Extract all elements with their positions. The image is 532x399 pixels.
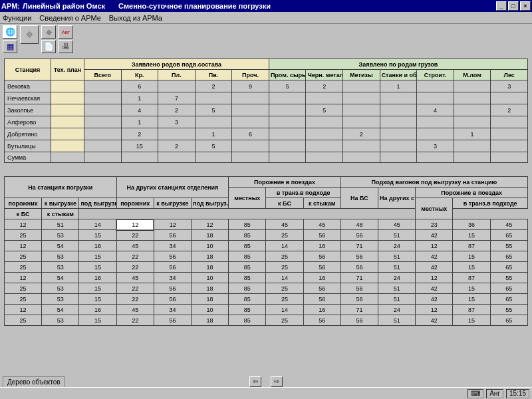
data-cell[interactable]: 6 [232, 128, 269, 140]
data-cell[interactable]: 12 [192, 219, 229, 230]
data-cell[interactable] [491, 128, 528, 140]
data-cell[interactable]: 51 [42, 219, 79, 230]
data-cell[interactable]: 15 [121, 140, 158, 152]
data-cell[interactable]: 53 [42, 283, 79, 294]
data-cell[interactable]: 18 [192, 230, 229, 241]
data-cell[interactable]: 18 [192, 315, 229, 326]
data-cell[interactable]: 2 [491, 104, 528, 116]
data-cell[interactable]: 12 [5, 241, 42, 251]
data-cell[interactable]: 15 [453, 294, 490, 305]
auto-button[interactable]: Авт [59, 25, 73, 39]
data-cell[interactable]: 15 [79, 283, 116, 294]
data-cell[interactable] [343, 80, 380, 92]
data-cell[interactable]: 7 [158, 92, 196, 104]
data-cell[interactable]: 65 [490, 262, 527, 273]
data-cell[interactable] [51, 140, 84, 152]
data-cell[interactable]: 65 [490, 283, 527, 294]
data-cell[interactable]: 15 [79, 315, 116, 326]
data-cell[interactable] [84, 80, 122, 92]
data-cell[interactable]: 85 [229, 273, 266, 283]
data-cell[interactable]: 56 [340, 283, 378, 294]
data-cell[interactable]: 14 [266, 241, 303, 251]
tab-tree[interactable]: Дерево объектов [3, 376, 65, 387]
data-cell[interactable]: 15 [453, 283, 490, 294]
data-cell[interactable] [491, 92, 528, 104]
data-cell[interactable] [380, 116, 417, 128]
data-cell[interactable]: 85 [229, 315, 266, 326]
data-cell[interactable] [51, 116, 84, 128]
data-cell[interactable]: 45 [490, 219, 527, 230]
data-cell[interactable]: 12 [5, 219, 42, 230]
data-cell[interactable]: 25 [266, 315, 303, 326]
data-cell[interactable] [84, 92, 122, 104]
data-cell[interactable]: 56 [154, 283, 191, 294]
scroll-left-icon[interactable]: ⇦ [249, 376, 261, 387]
data-cell[interactable]: 25 [266, 283, 303, 294]
data-cell[interactable] [232, 104, 269, 116]
data-cell[interactable]: 45 [378, 219, 416, 230]
data-cell[interactable]: 56 [154, 262, 191, 273]
data-cell[interactable] [491, 140, 528, 152]
data-cell[interactable]: 56 [340, 230, 378, 241]
data-cell[interactable]: 25 [5, 262, 42, 273]
data-cell[interactable]: 65 [490, 315, 527, 326]
data-cell[interactable]: 56 [303, 315, 340, 326]
data-cell[interactable]: 65 [490, 251, 527, 262]
close-button[interactable]: × [520, 1, 531, 11]
data-cell[interactable] [306, 92, 343, 104]
data-cell[interactable]: 1 [454, 128, 491, 140]
data-cell[interactable]: 65 [490, 294, 527, 305]
data-cell[interactable]: 2 [343, 128, 380, 140]
station-cell[interactable]: Бутылицы [5, 140, 51, 152]
data-cell[interactable]: 22 [116, 283, 154, 294]
data-cell[interactable]: 15 [453, 262, 490, 273]
data-cell[interactable]: 2 [306, 80, 343, 92]
data-cell[interactable]: 12 [116, 219, 154, 230]
data-cell[interactable] [84, 116, 122, 128]
data-cell[interactable]: 71 [340, 241, 378, 251]
data-cell[interactable] [343, 140, 380, 152]
data-cell[interactable] [306, 128, 343, 140]
data-cell[interactable]: 53 [42, 251, 79, 262]
data-cell[interactable]: 15 [453, 251, 490, 262]
data-cell[interactable] [84, 128, 122, 140]
data-cell[interactable]: 55 [490, 273, 527, 283]
data-cell[interactable]: 16 [303, 241, 340, 251]
data-cell[interactable]: 25 [5, 283, 42, 294]
data-cell[interactable]: 51 [378, 251, 416, 262]
data-cell[interactable] [51, 104, 84, 116]
data-cell[interactable] [380, 128, 417, 140]
data-cell[interactable]: 42 [416, 230, 453, 241]
data-cell[interactable]: 48 [340, 219, 378, 230]
data-cell[interactable]: 5 [195, 140, 232, 152]
data-cell[interactable]: 25 [5, 230, 42, 241]
data-cell[interactable]: 51 [378, 230, 416, 241]
data-cell[interactable]: 23 [416, 219, 453, 230]
data-cell[interactable]: 85 [229, 294, 266, 305]
data-cell[interactable]: 2 [195, 80, 232, 92]
data-cell[interactable]: 45 [116, 273, 154, 283]
data-cell[interactable] [380, 92, 417, 104]
data-cell[interactable] [306, 140, 343, 152]
data-cell[interactable]: 25 [5, 251, 42, 262]
data-cell[interactable] [195, 92, 232, 104]
data-cell[interactable]: 25 [266, 294, 303, 305]
data-cell[interactable]: 15 [79, 262, 116, 273]
globe-icon[interactable]: 🌐 [3, 25, 17, 39]
data-cell[interactable]: 54 [42, 273, 79, 283]
data-cell[interactable]: 56 [340, 262, 378, 273]
data-cell[interactable]: 56 [340, 251, 378, 262]
data-cell[interactable]: 45 [303, 219, 340, 230]
data-cell[interactable] [232, 116, 269, 128]
data-cell[interactable]: 85 [229, 262, 266, 273]
data-cell[interactable] [195, 116, 232, 128]
data-cell[interactable]: 22 [116, 251, 154, 262]
data-cell[interactable]: 25 [5, 315, 42, 326]
data-cell[interactable]: 85 [229, 241, 266, 251]
data-cell[interactable]: 34 [154, 305, 191, 315]
data-cell[interactable]: 56 [303, 251, 340, 262]
maximize-button[interactable]: □ [508, 1, 519, 11]
data-cell[interactable]: 56 [340, 315, 378, 326]
document-icon[interactable]: 📄 [41, 40, 56, 53]
data-cell[interactable]: 54 [42, 241, 79, 251]
